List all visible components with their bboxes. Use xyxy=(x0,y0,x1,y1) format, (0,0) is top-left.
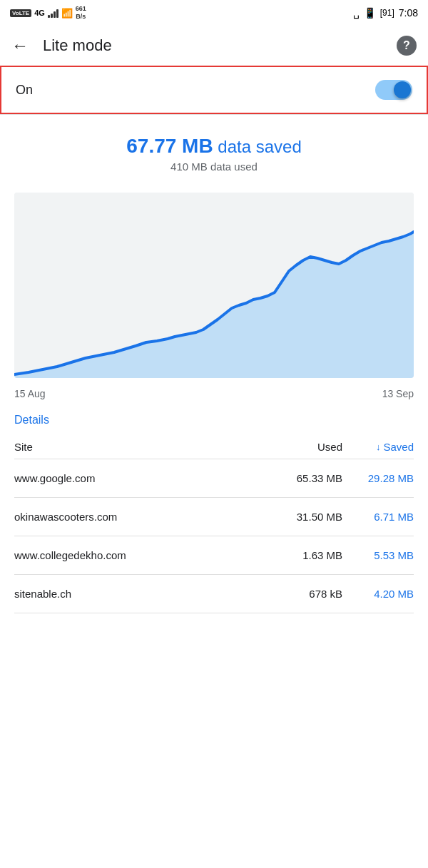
chart-svg xyxy=(14,193,414,378)
help-button[interactable]: ? xyxy=(397,36,417,56)
details-section: Details Site Used ↓ Saved www.google.com… xyxy=(0,402,428,613)
header: ← Lite mode ? xyxy=(0,26,428,66)
time: 7:08 xyxy=(399,7,418,19)
signal-bar-2 xyxy=(51,14,53,18)
chart-end-date: 13 Sep xyxy=(382,388,414,399)
toggle-label: On xyxy=(16,83,33,98)
toggle-thumb xyxy=(394,81,411,98)
page-title: Lite mode xyxy=(43,36,397,55)
cell-used-0: 65.33 MB xyxy=(264,472,342,484)
signal-bars xyxy=(48,8,58,18)
volte-badge: VoLTE xyxy=(10,9,31,17)
data-speed: 661B/s xyxy=(76,5,86,21)
back-button[interactable]: ← xyxy=(11,37,29,54)
data-saved-amount: 67.77 MB xyxy=(126,135,213,157)
col-site-header: Site xyxy=(14,441,264,453)
cell-used-1: 31.50 MB xyxy=(264,511,342,523)
details-title: Details xyxy=(14,414,414,427)
battery-level: [91] xyxy=(380,8,394,18)
data-saved-text: data saved xyxy=(218,137,301,156)
signal-bar-1 xyxy=(48,15,50,18)
stats-section: 67.77 MB data saved 410 MB data used xyxy=(0,115,428,181)
lite-mode-toggle[interactable] xyxy=(375,80,412,100)
col-saved-label: Saved xyxy=(383,441,414,453)
col-saved-header: ↓ Saved xyxy=(342,441,414,453)
data-chart xyxy=(14,193,414,378)
cell-saved-2: 5.53 MB xyxy=(342,549,414,561)
status-bar: VoLTE 4G 📶 661B/s ␣ 📱 [91] 7:08 xyxy=(0,0,428,26)
data-saved-line: 67.77 MB data saved xyxy=(14,135,414,158)
table-row: okinawascooters.com 31.50 MB 6.71 MB xyxy=(14,498,414,536)
chart-start-date: 15 Aug xyxy=(14,388,46,399)
cell-saved-1: 6.71 MB xyxy=(342,511,414,523)
lite-mode-toggle-row[interactable]: On xyxy=(0,66,428,114)
bluetooth-icon: ␣ xyxy=(353,7,360,19)
table-row: www.collegedekho.com 1.63 MB 5.53 MB xyxy=(14,536,414,575)
cell-site-0: www.google.com xyxy=(14,472,264,484)
cell-site-2: www.collegedekho.com xyxy=(14,549,264,561)
status-right: ␣ 📱 [91] 7:08 xyxy=(353,7,418,19)
cell-used-3: 678 kB xyxy=(264,588,342,600)
col-used-header: Used xyxy=(264,441,342,453)
table-header: Site Used ↓ Saved xyxy=(14,435,414,459)
table-row: sitenable.ch 678 kB 4.20 MB xyxy=(14,575,414,613)
signal-4g: 4G xyxy=(34,9,45,17)
chart-dates: 15 Aug 13 Sep xyxy=(0,384,428,402)
cell-used-2: 1.63 MB xyxy=(264,549,342,561)
wifi-icon: 📶 xyxy=(61,8,73,19)
status-left: VoLTE 4G 📶 661B/s xyxy=(10,5,86,21)
signal-bar-3 xyxy=(54,11,56,18)
cell-saved-3: 4.20 MB xyxy=(342,588,414,600)
cell-site-3: sitenable.ch xyxy=(14,588,264,600)
sort-down-icon: ↓ xyxy=(376,441,381,452)
phone-icon: 📱 xyxy=(364,7,376,19)
cell-site-1: okinawascooters.com xyxy=(14,511,264,523)
cell-saved-0: 29.28 MB xyxy=(342,472,414,484)
table-row: www.google.com 65.33 MB 29.28 MB xyxy=(14,459,414,498)
signal-bar-4 xyxy=(56,9,58,18)
table-rows-container: www.google.com 65.33 MB 29.28 MB okinawa… xyxy=(14,459,414,613)
data-used-line: 410 MB data used xyxy=(14,160,414,173)
